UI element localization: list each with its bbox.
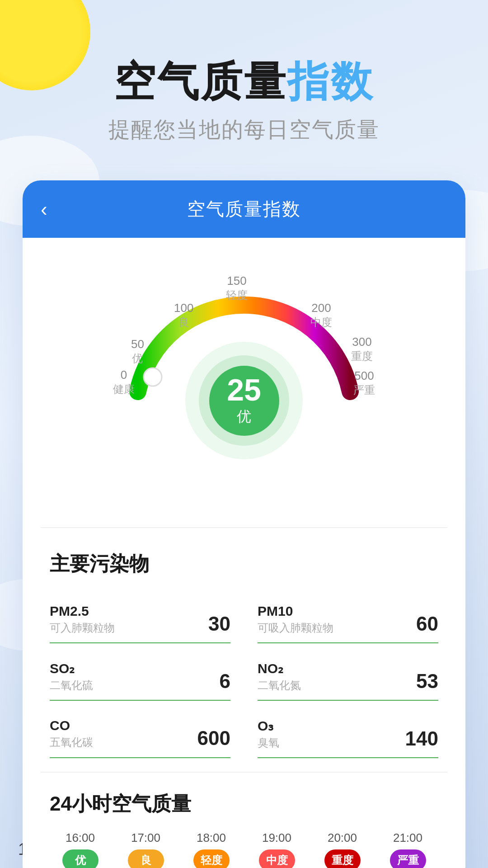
- hour-badge-2100: 严重: [390, 849, 426, 868]
- pollutant-so2-desc: 二氧化硫: [50, 678, 93, 693]
- gauge-aqi-level: 优: [237, 407, 251, 427]
- hour-time-2000: 20:00: [328, 831, 357, 845]
- pollutant-co-row: CO 五氧化碳 600: [50, 718, 230, 750]
- pollutants-title: 主要污染物: [50, 551, 438, 577]
- hour-badge-2000: 重度: [324, 849, 361, 868]
- gauge-label-100: 100 良: [174, 301, 193, 330]
- gauge-label-0: 0 健康: [113, 368, 135, 396]
- pollutant-o3-desc: 臭氧: [258, 736, 279, 750]
- hours-section: 24小时空气质量 16:00 优 17:00 良 18:00 轻度 19:00 …: [23, 773, 465, 868]
- gauge-label-200: 200 中度: [310, 301, 332, 330]
- pollutant-no2-value: 53: [416, 670, 438, 693]
- hour-time-1700: 17:00: [131, 831, 160, 845]
- hours-title: 24小时空气质量: [50, 791, 438, 817]
- hour-time-1600: 16:00: [66, 831, 95, 845]
- pollutant-pm25-row: PM2.5 可入肺颗粒物 30: [50, 604, 230, 635]
- hour-item-1600: 16:00 优: [50, 831, 111, 868]
- hero-title: 空气质量指数: [36, 59, 452, 104]
- gauge-value-circle: 25 优: [209, 366, 279, 436]
- gauge-label-500: 500 严重: [353, 369, 375, 397]
- pollutant-pm10-desc: 可吸入肺颗粒物: [258, 621, 333, 635]
- hero-subtitle: 提醒您当地的每日空气质量: [36, 115, 452, 144]
- hour-time-2100: 21:00: [393, 831, 422, 845]
- pollutants-section: 主要污染物 PM2.5 可入肺颗粒物 30 PM10 可吸: [23, 528, 465, 772]
- gauge-center-display: 25 优: [185, 342, 303, 459]
- pollutant-o3-name: O₃: [258, 718, 279, 734]
- hours-grid: 16:00 优 17:00 良 18:00 轻度 19:00 中度 20:00 …: [50, 831, 438, 868]
- pollutant-co-desc: 五氧化碳: [50, 735, 93, 750]
- pollutant-so2-name: SO₂: [50, 660, 93, 676]
- gauge-outer-ring: 25 优: [185, 342, 303, 459]
- pollutant-o3-row: O₃ 臭氧 140: [258, 718, 438, 750]
- pollutant-pm10-row: PM10 可吸入肺颗粒物 60: [258, 604, 438, 635]
- hour-item-2000: 20:00 重度: [312, 831, 373, 868]
- hero-section: 空气质量指数 提醒您当地的每日空气质量: [0, 0, 488, 144]
- pollutant-co-value: 600: [197, 727, 230, 750]
- pollutant-pm10: PM10 可吸入肺颗粒物 60: [258, 591, 438, 643]
- pollutant-co-name: CO: [50, 718, 93, 733]
- pollutant-no2-name: NO₂: [258, 660, 301, 676]
- pollutant-pm25: PM2.5 可入肺颗粒物 30: [50, 591, 230, 643]
- hour-time-1900: 19:00: [262, 831, 291, 845]
- hero-title-black: 空气质量: [114, 58, 287, 104]
- back-button[interactable]: ‹: [41, 198, 47, 221]
- pollutant-pm25-desc: 可入肺颗粒物: [50, 621, 115, 635]
- pollutant-o3-value: 140: [405, 727, 438, 750]
- hour-time-1800: 18:00: [197, 831, 226, 845]
- pollutant-no2: NO₂ 二氧化氮 53: [258, 648, 438, 701]
- pollutant-o3: O₃ 臭氧 140: [258, 705, 438, 758]
- pollutant-so2-value: 6: [220, 670, 230, 693]
- hour-badge-1700: 良: [128, 849, 164, 868]
- main-card: ‹ 空气质量指数: [23, 180, 465, 868]
- gauge-wrapper: 0 健康 50 优 100 良 150 轻度 200 中度 300 重度: [113, 265, 375, 446]
- hero-title-blue: 指数: [287, 58, 374, 104]
- pollutant-co: CO 五氧化碳 600: [50, 705, 230, 758]
- pollutant-pm10-value: 60: [416, 613, 438, 635]
- pollutant-so2: SO₂ 二氧化硫 6: [50, 648, 230, 701]
- hour-badge-1800: 轻度: [193, 849, 230, 868]
- pollutant-so2-row: SO₂ 二氧化硫 6: [50, 660, 230, 693]
- card-title: 空气质量指数: [187, 197, 301, 222]
- hour-badge-1600: 优: [62, 849, 99, 868]
- hour-item-2100: 21:00 严重: [377, 831, 438, 868]
- hour-item-1700: 17:00 良: [115, 831, 176, 868]
- hour-badge-1900: 中度: [259, 849, 295, 868]
- pollutant-no2-row: NO₂ 二氧化氮 53: [258, 660, 438, 693]
- gauge-label-300: 300 重度: [351, 335, 373, 363]
- pollutant-pm10-name: PM10: [258, 604, 333, 619]
- gauge-label-150: 150 轻度: [226, 274, 248, 302]
- card-header: ‹ 空气质量指数: [23, 180, 465, 238]
- gauge-spacer: [23, 464, 465, 527]
- hour-item-1800: 18:00 轻度: [181, 831, 242, 868]
- gauge-label-50: 50 优: [131, 337, 144, 366]
- gauge-section: 0 健康 50 优 100 良 150 轻度 200 中度 300 重度: [23, 238, 465, 464]
- svg-point-0: [144, 368, 162, 386]
- pollutants-grid: PM2.5 可入肺颗粒物 30 PM10 可吸入肺颗粒物 60: [50, 591, 438, 763]
- gauge-inner-ring: 25 优: [199, 355, 289, 446]
- hour-item-1900: 19:00 中度: [246, 831, 307, 868]
- gauge-aqi-value: 25: [227, 374, 261, 405]
- pollutant-pm25-name: PM2.5: [50, 604, 115, 619]
- pollutant-pm25-value: 30: [208, 613, 230, 635]
- pollutant-no2-desc: 二氧化氮: [258, 678, 301, 693]
